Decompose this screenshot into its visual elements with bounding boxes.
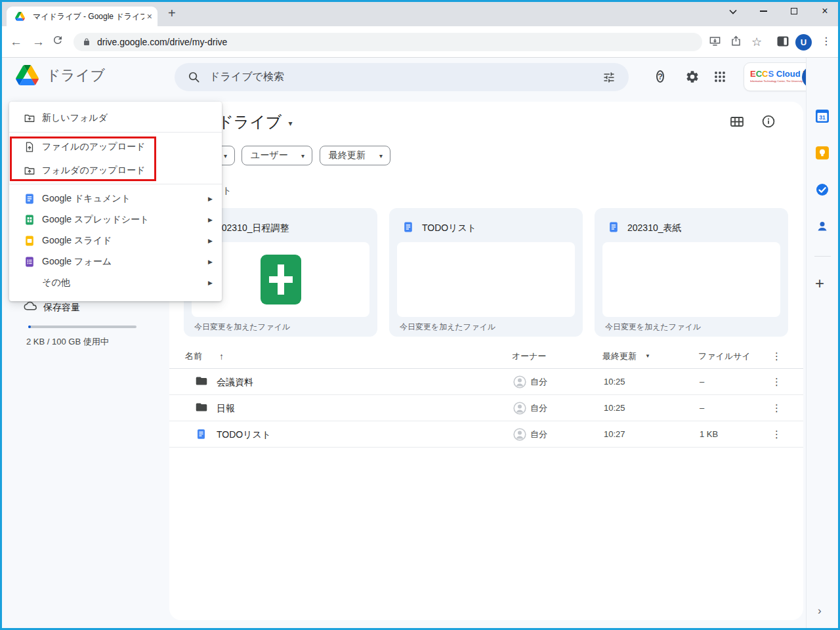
- submenu-arrow-icon: ▶: [208, 196, 213, 202]
- submenu-arrow-icon: ▶: [208, 217, 213, 223]
- app-name: ドライブ: [46, 66, 105, 85]
- file-owner: 自分: [530, 369, 547, 395]
- menu-item-google-forms[interactable]: Google フォーム ▶: [9, 251, 222, 272]
- share-icon[interactable]: [728, 35, 743, 49]
- docs-file-icon: [196, 429, 207, 442]
- card-title: TODOリスト: [422, 222, 476, 234]
- browser-menu-kebab-icon[interactable]: ⋮: [819, 35, 833, 49]
- card-caption: 今日変更を加えたファイル: [400, 322, 495, 333]
- back-button[interactable]: ←: [10, 35, 22, 49]
- file-owner: 自分: [530, 395, 547, 421]
- sheets-icon: [24, 214, 35, 226]
- address-bar[interactable]: drive.google.com/drive/my-drive: [74, 33, 702, 51]
- docs-file-icon: [402, 221, 414, 236]
- filter-chip-modified[interactable]: 最終更新 ▾: [320, 146, 390, 165]
- file-row[interactable]: 日報 自分 10:25 – ⋮: [169, 395, 803, 421]
- file-modified: 10:27: [604, 421, 625, 448]
- filter-chip-label: ユーザー: [251, 150, 288, 161]
- owner-avatar-icon: [513, 375, 526, 390]
- menu-item-new-folder[interactable]: 新しいフォルダ: [9, 106, 222, 131]
- row-actions-kebab-icon[interactable]: ⋮: [772, 395, 782, 421]
- menu-item-label: Google フォーム: [42, 256, 112, 268]
- column-header-owner[interactable]: オーナー: [512, 348, 547, 365]
- column-header-kebab-icon[interactable]: ⋮: [772, 348, 782, 365]
- suggested-card[interactable]: 202310_表紙 今日変更を加えたファイル: [595, 208, 788, 337]
- bookmark-star-icon[interactable]: ☆: [749, 35, 764, 49]
- row-actions-kebab-icon[interactable]: ⋮: [772, 421, 782, 448]
- menu-item-label: Google ドキュメント: [42, 193, 131, 205]
- file-row[interactable]: 会議資料 自分 10:25 – ⋮: [169, 369, 803, 395]
- list-layout-toggle-icon[interactable]: [730, 116, 744, 131]
- forward-button[interactable]: →: [32, 35, 45, 49]
- search-options-tune-icon[interactable]: [602, 71, 616, 84]
- chevron-down-icon: ▾: [379, 152, 383, 159]
- file-name: 会議資料: [217, 369, 253, 395]
- tasks-icon[interactable]: [816, 183, 829, 196]
- tab-close-icon[interactable]: ×: [147, 7, 152, 26]
- search-placeholder: ドライブで検索: [209, 70, 284, 84]
- file-modified: 10:25: [604, 395, 625, 421]
- window-maximize-button[interactable]: [784, 0, 804, 22]
- settings-gear-icon[interactable]: [685, 70, 701, 85]
- menu-item-google-docs[interactable]: Google ドキュメント ▶: [9, 188, 222, 209]
- chevron-down-icon: ▾: [224, 152, 227, 159]
- storage-progress-fill: [28, 326, 31, 328]
- file-row[interactable]: TODOリスト 自分 10:27 1 KB ⋮: [169, 421, 803, 448]
- slides-icon: [24, 235, 35, 247]
- get-addons-plus-icon[interactable]: +: [815, 274, 824, 293]
- file-size: 1 KB: [700, 421, 718, 448]
- window-chevron-icon[interactable]: [723, 0, 743, 22]
- cloud-storage-icon: [24, 301, 37, 311]
- filter-chip-users[interactable]: ユーザー ▾: [242, 146, 312, 165]
- browser-toolbar: ← → drive.google.com/drive/my-drive ☆ U …: [0, 26, 840, 58]
- side-panel-icon[interactable]: [776, 36, 790, 51]
- menu-item-google-slides[interactable]: Google スライド ▶: [9, 230, 222, 251]
- column-header-modified[interactable]: 最終更新: [602, 348, 637, 365]
- info-icon[interactable]: [762, 115, 775, 131]
- sort-descending-icon[interactable]: ▼: [645, 348, 650, 365]
- help-icon[interactable]: ?: [656, 70, 672, 86]
- install-icon[interactable]: [707, 35, 722, 49]
- browser-window: マイドライブ - Google ドライブ × + × ← → drive.goo…: [0, 0, 840, 630]
- drive-logo: [16, 65, 39, 85]
- sort-ascending-icon[interactable]: ↑: [219, 348, 224, 365]
- google-apps-grid-icon[interactable]: [713, 70, 729, 86]
- folder-icon: [196, 376, 207, 388]
- contacts-icon[interactable]: [816, 220, 829, 233]
- menu-item-label: Google スプレッドシート: [42, 214, 149, 226]
- suggested-card[interactable]: TODOリスト 今日変更を加えたファイル: [389, 208, 583, 337]
- search-icon: [188, 71, 200, 83]
- column-header-name[interactable]: 名前: [185, 348, 202, 365]
- folder-icon: [196, 402, 207, 414]
- card-thumbnail: [397, 242, 575, 317]
- new-tab-button[interactable]: +: [168, 2, 176, 24]
- submenu-arrow-icon: ▶: [208, 259, 213, 265]
- docs-file-icon: [608, 221, 620, 236]
- window-close-button[interactable]: ×: [815, 0, 835, 22]
- menu-item-more[interactable]: その他 ▶: [9, 272, 222, 293]
- tab-title: マイドライブ - Google ドライブ: [33, 7, 144, 26]
- page-title-caret-icon: ▾: [288, 119, 292, 128]
- file-owner: 自分: [530, 421, 547, 448]
- menu-item-label: その他: [42, 277, 70, 289]
- menu-item-google-sheets[interactable]: Google スプレッドシート ▶: [9, 209, 222, 230]
- storage-label[interactable]: 保存容量: [43, 302, 80, 314]
- browser-tab[interactable]: マイドライブ - Google ドライブ ×: [7, 7, 158, 26]
- drive-search-input[interactable]: ドライブで検索: [175, 63, 629, 91]
- owner-avatar-icon: [513, 402, 526, 417]
- calendar-icon[interactable]: 31: [816, 110, 829, 123]
- expand-panel-chevron-icon[interactable]: ›: [818, 604, 822, 618]
- side-panel-divider: [814, 256, 831, 257]
- keep-icon[interactable]: [816, 146, 829, 159]
- row-actions-kebab-icon[interactable]: ⋮: [772, 369, 782, 395]
- menu-divider: [9, 184, 222, 184]
- submenu-arrow-icon: ▶: [208, 280, 213, 286]
- browser-profile-avatar[interactable]: U: [795, 34, 812, 51]
- window-minimize-button[interactable]: [753, 0, 773, 22]
- card-title: 202310_表紙: [627, 222, 682, 234]
- url-text: drive.google.com/drive/my-drive: [97, 37, 227, 47]
- reload-button[interactable]: [52, 34, 64, 49]
- column-header-size[interactable]: ファイルサイ: [698, 348, 751, 365]
- card-caption: 今日変更を加えたファイル: [194, 322, 290, 333]
- annotation-highlight-box: [10, 136, 156, 181]
